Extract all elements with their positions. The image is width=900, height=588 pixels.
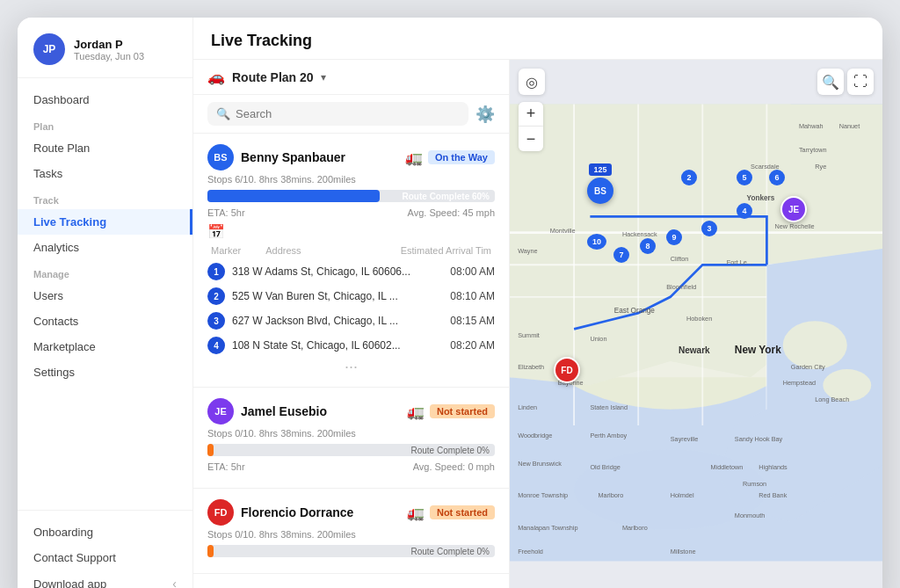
stop-time-4: 08:20 AM xyxy=(450,339,495,352)
svg-text:Hoboken: Hoboken xyxy=(686,315,712,323)
svg-text:Mahwah: Mahwah xyxy=(799,122,824,130)
driver-avatar-bs: BS xyxy=(207,144,234,171)
search-input-wrapper[interactable]: 🔍 xyxy=(207,102,468,126)
map-svg: Mahwah Nanuet Tarrytown Scarsdale Rye Yo… xyxy=(510,60,882,588)
status-badge-bs: On the Way xyxy=(428,150,495,164)
sidebar-item-users[interactable]: Users xyxy=(18,283,192,309)
sidebar-item-settings[interactable]: Settings xyxy=(18,359,192,385)
driver-card-bs: BS Benny Spanbauer 🚛 On the Way Stops 6/… xyxy=(193,134,509,388)
sidebar-item-analytics[interactable]: Analytics xyxy=(18,235,192,260)
filter-button[interactable]: ⚙️ xyxy=(475,105,495,124)
stop-row-1: 1 318 W Adams St, Chicago, IL 60606... 0… xyxy=(207,259,495,284)
svg-text:Perth Amboy: Perth Amboy xyxy=(590,432,627,439)
svg-text:Wayne: Wayne xyxy=(518,247,537,255)
calendar-icon-bs[interactable]: 📅 xyxy=(207,223,495,240)
eta-je: ETA: 5hr xyxy=(207,461,245,472)
speed-je: Avg. Speed: 0 mph xyxy=(413,461,495,472)
progress-fill-bs xyxy=(207,190,380,202)
progress-bar-je: Route Complete 0% xyxy=(207,444,495,456)
stop-row-3: 3 627 W Jackson Blvd, Chicago, IL ... 08… xyxy=(207,309,495,333)
stop-number-2: 2 xyxy=(207,287,225,305)
svg-text:Woodbridge: Woodbridge xyxy=(518,432,552,439)
chevron-down-icon: ▾ xyxy=(321,71,326,83)
sidebar-item-route-plan[interactable]: Route Plan xyxy=(18,135,192,161)
sidebar-item-download-app[interactable]: Download app ‹ xyxy=(18,570,192,588)
truck-icon-fd: 🚛 xyxy=(407,505,425,521)
svg-text:Clifton: Clifton xyxy=(671,255,689,263)
svg-text:Garden City: Garden City xyxy=(791,363,825,371)
pin-label-125: 125 xyxy=(589,163,611,176)
sidebar-item-onboarding[interactable]: Onboarding xyxy=(18,519,192,545)
main-content: Live Tracking 🚗 Route Plan 20 ▾ 🔍 ⚙️ xyxy=(193,18,882,588)
page-title: Live Tracking xyxy=(211,32,865,50)
sidebar-item-tasks[interactable]: Tasks xyxy=(18,161,192,186)
main-header: Live Tracking xyxy=(193,18,882,60)
sidebar-section-manage: Manage xyxy=(18,260,192,283)
progress-fill-fd xyxy=(207,545,214,557)
svg-text:Montville: Montville xyxy=(550,227,576,235)
locate-button[interactable]: ◎ xyxy=(519,69,545,95)
route-pin-8: 8 xyxy=(640,238,656,254)
stop-number-1: 1 xyxy=(207,263,225,280)
svg-text:Monroe Township: Monroe Township xyxy=(518,491,568,499)
sidebar-item-dashboard[interactable]: Dashboard xyxy=(18,87,192,113)
pin-fd: FD xyxy=(554,357,580,383)
sidebar-item-contacts[interactable]: Contacts xyxy=(18,309,192,334)
sidebar-item-marketplace[interactable]: Marketplace xyxy=(18,334,192,359)
pin-je: JE xyxy=(780,196,807,222)
svg-text:Bloomfield: Bloomfield xyxy=(666,283,696,291)
eta-bs: ETA: 5hr xyxy=(207,207,245,218)
driver-name-bs: Benny Spanbauer xyxy=(241,150,345,164)
truck-icon-bs: 🚛 xyxy=(405,149,423,166)
svg-text:Manalapan Township: Manalapan Township xyxy=(518,524,577,532)
search-icon: 🔍 xyxy=(216,107,230,120)
route-icon: 🚗 xyxy=(207,69,225,85)
svg-text:Sandy Hook Bay: Sandy Hook Bay xyxy=(735,435,783,443)
pin-bs: BS xyxy=(587,178,613,204)
svg-text:Old Bridge: Old Bridge xyxy=(590,463,620,471)
chevron-left-icon: ‹ xyxy=(172,577,177,588)
svg-text:Elizabeth: Elizabeth xyxy=(518,363,544,371)
zoom-out-button[interactable]: − xyxy=(519,127,543,151)
svg-point-13 xyxy=(783,321,847,369)
svg-text:Yonkers: Yonkers xyxy=(747,194,775,202)
svg-text:Newark: Newark xyxy=(679,345,710,355)
stop-row-4: 4 108 N State St, Chicago, IL 60602... 0… xyxy=(207,333,495,358)
stop-time-2: 08:10 AM xyxy=(450,290,495,302)
map-search-icon: 🔍 xyxy=(822,74,839,91)
map-placeholder: Mahwah Nanuet Tarrytown Scarsdale Rye Yo… xyxy=(510,60,882,588)
col-address: Address xyxy=(265,245,400,256)
driver-stops-bs: Stops 6/10. 8hrs 38mins. 200miles xyxy=(207,174,495,185)
drivers-list: BS Benny Spanbauer 🚛 On the Way Stops 6/… xyxy=(193,134,509,588)
driver-card-je: JE Jamel Eusebio 🚛 Not started Stops 0/1… xyxy=(193,388,509,489)
expand-icon: ⛶ xyxy=(853,74,867,90)
svg-text:Tarrytown: Tarrytown xyxy=(799,146,827,154)
svg-text:Rye: Rye xyxy=(815,163,826,171)
progress-label-bs: Route Complete 60% xyxy=(403,192,490,201)
map-search-button[interactable]: 🔍 xyxy=(817,69,844,95)
user-profile[interactable]: JP Jordan P Tuesday, Jun 03 xyxy=(18,18,192,78)
stops-table-bs: Marker Address Estimated Arrival Tim 1 3… xyxy=(207,245,495,376)
map-controls-tr: 🔍 ⛶ xyxy=(817,69,874,95)
map-area[interactable]: Mahwah Nanuet Tarrytown Scarsdale Rye Yo… xyxy=(510,60,882,588)
route-selector[interactable]: 🚗 Route Plan 20 ▾ xyxy=(193,60,509,95)
svg-text:Nanuet: Nanuet xyxy=(839,122,860,130)
locate-icon: ◎ xyxy=(526,74,538,91)
driver-name-fd: Florencio Dorrance xyxy=(241,505,353,519)
progress-label-je: Route Complete 0% xyxy=(411,446,490,455)
stop-address-4: 108 N State St, Chicago, IL 60602... xyxy=(232,339,443,352)
content-area: 🚗 Route Plan 20 ▾ 🔍 ⚙️ xyxy=(193,60,882,588)
svg-text:Hackensack: Hackensack xyxy=(622,230,657,238)
sidebar-item-contact-support[interactable]: Contact Support xyxy=(18,545,192,570)
map-expand-button[interactable]: ⛶ xyxy=(847,69,874,95)
driver-stops-je: Stops 0/10. 8hrs 38mins. 200miles xyxy=(207,428,495,439)
sidebar-bottom: Onboarding Contact Support Download app … xyxy=(18,510,192,588)
zoom-in-button[interactable]: + xyxy=(519,102,543,127)
sidebar-item-live-tracking[interactable]: Live Tracking xyxy=(18,209,192,235)
progress-fill-je xyxy=(207,444,214,456)
search-field[interactable] xyxy=(236,107,460,120)
svg-text:Marlboro: Marlboro xyxy=(622,524,648,532)
map-pin-je: JE xyxy=(780,196,807,222)
svg-text:Red Bank: Red Bank xyxy=(758,491,787,499)
col-marker: Marker xyxy=(211,245,241,256)
